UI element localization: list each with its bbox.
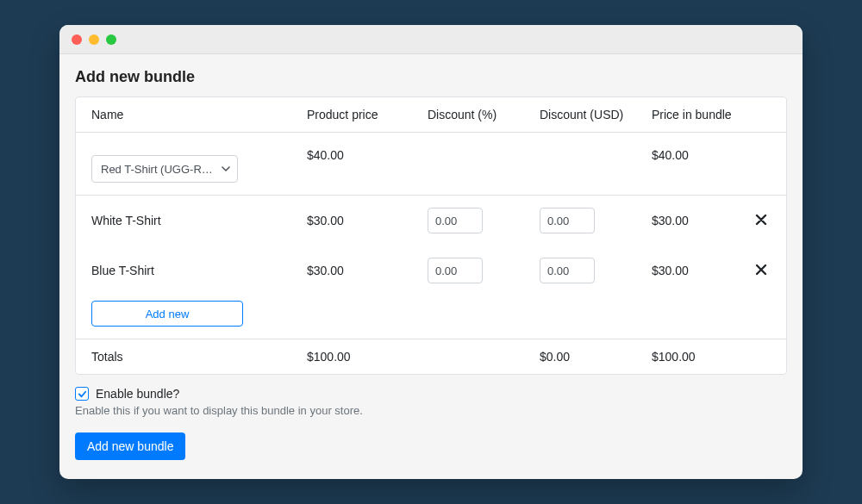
item-price: $30.00: [307, 264, 428, 277]
totals-row: Totals $100.00 $0.00 $100.00: [76, 339, 786, 374]
titlebar: [59, 25, 803, 54]
table-header: Name Product price Discount (%) Discount…: [76, 97, 786, 133]
remove-item-button[interactable]: [752, 209, 771, 232]
item-name: Blue T-Shirt: [91, 264, 307, 277]
item-name: White T-Shirt: [91, 214, 307, 227]
chevron-down-icon: [222, 165, 230, 173]
enable-block: Enable bundle? Enable this if you want t…: [75, 387, 787, 417]
totals-discount-usd: $0.00: [540, 350, 652, 364]
item-bundle-price: $30.00: [652, 264, 736, 277]
discount-pct-input[interactable]: [428, 258, 483, 283]
discount-pct-input[interactable]: [428, 208, 483, 233]
item-bundle-price: $30.00: [652, 214, 736, 227]
main-product-row: Red T-Shirt (UGG-RED-… $40.00 $40.00: [76, 133, 786, 196]
col-name: Name: [91, 108, 307, 121]
window-close-icon[interactable]: [72, 34, 82, 45]
discount-usd-input[interactable]: [540, 258, 595, 283]
enable-bundle-help: Enable this if you want to display this …: [75, 404, 787, 417]
close-icon: [755, 214, 767, 226]
window-maximize-icon[interactable]: [106, 34, 116, 45]
product-select[interactable]: Red T-Shirt (UGG-RED-…: [91, 155, 238, 183]
col-discount-usd: Discount (USD): [540, 108, 652, 121]
enable-bundle-label: Enable bundle?: [96, 387, 179, 401]
item-price: $30.00: [307, 214, 428, 227]
col-product-price: Product price: [307, 108, 428, 121]
content-area: Add new bundle Name Product price Discou…: [59, 54, 803, 479]
table-row: White T-Shirt$30.00$30.00: [76, 196, 786, 246]
col-discount-pct: Discount (%): [428, 108, 540, 121]
window-minimize-icon[interactable]: [89, 34, 99, 45]
discount-usd-input[interactable]: [540, 208, 595, 233]
totals-label: Totals: [91, 350, 307, 364]
bundle-table: Name Product price Discount (%) Discount…: [75, 96, 787, 375]
items-container: White T-Shirt$30.00$30.00Blue T-Shirt$30…: [76, 196, 786, 296]
table-row: Blue T-Shirt$30.00$30.00: [76, 246, 786, 296]
add-new-button[interactable]: Add new: [91, 301, 243, 327]
app-window: Add new bundle Name Product price Discou…: [59, 25, 803, 479]
totals-bundle-price: $100.00: [652, 350, 736, 364]
add-new-row: Add new: [76, 296, 786, 339]
page-title: Add new bundle: [75, 68, 787, 86]
product-select-label: Red T-Shirt (UGG-RED-…: [101, 163, 213, 176]
totals-product-price: $100.00: [307, 350, 428, 364]
col-price-in-bundle: Price in bundle: [652, 108, 736, 121]
enable-bundle-checkbox[interactable]: [75, 387, 89, 401]
close-icon: [755, 264, 767, 276]
check-icon: [78, 389, 87, 399]
remove-item-button[interactable]: [752, 259, 771, 282]
add-new-bundle-button[interactable]: Add new bundle: [75, 432, 185, 460]
main-product-price: $40.00: [307, 145, 428, 162]
main-product-bundle-price: $40.00: [652, 145, 736, 162]
